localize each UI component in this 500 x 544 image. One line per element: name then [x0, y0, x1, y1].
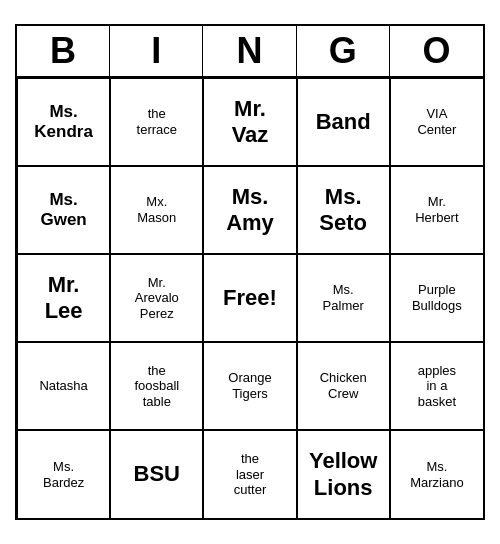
bingo-cell-13: Ms.Palmer	[297, 254, 390, 342]
bingo-cell-6: Mx.Mason	[110, 166, 203, 254]
header-cell-b: B	[17, 26, 110, 76]
bingo-cell-1: theterrace	[110, 78, 203, 166]
bingo-cell-0: Ms.Kendra	[17, 78, 110, 166]
bingo-cell-7: Ms.Amy	[203, 166, 296, 254]
bingo-cell-12: Free!	[203, 254, 296, 342]
bingo-header: BINGO	[17, 26, 483, 78]
bingo-cell-4: VIACenter	[390, 78, 483, 166]
bingo-cell-19: applesin abasket	[390, 342, 483, 430]
bingo-cell-23: YellowLions	[297, 430, 390, 518]
bingo-cell-2: Mr.Vaz	[203, 78, 296, 166]
bingo-cell-9: Mr.Herbert	[390, 166, 483, 254]
bingo-cell-3: Band	[297, 78, 390, 166]
bingo-cell-18: ChickenCrew	[297, 342, 390, 430]
bingo-cell-24: Ms.Marziano	[390, 430, 483, 518]
header-cell-g: G	[297, 26, 390, 76]
bingo-cell-11: Mr.ArevaloPerez	[110, 254, 203, 342]
bingo-cell-16: thefoosballtable	[110, 342, 203, 430]
bingo-cell-22: thelasercutter	[203, 430, 296, 518]
bingo-cell-21: BSU	[110, 430, 203, 518]
bingo-card: BINGO Ms.KendratheterraceMr.VazBandVIACe…	[15, 24, 485, 520]
header-cell-i: I	[110, 26, 203, 76]
bingo-cell-20: Ms.Bardez	[17, 430, 110, 518]
bingo-cell-8: Ms.Seto	[297, 166, 390, 254]
bingo-cell-15: Natasha	[17, 342, 110, 430]
bingo-cell-14: PurpleBulldogs	[390, 254, 483, 342]
header-cell-o: O	[390, 26, 483, 76]
bingo-cell-17: OrangeTigers	[203, 342, 296, 430]
header-cell-n: N	[203, 26, 296, 76]
bingo-grid: Ms.KendratheterraceMr.VazBandVIACenterMs…	[17, 78, 483, 518]
bingo-cell-5: Ms.Gwen	[17, 166, 110, 254]
bingo-cell-10: Mr.Lee	[17, 254, 110, 342]
